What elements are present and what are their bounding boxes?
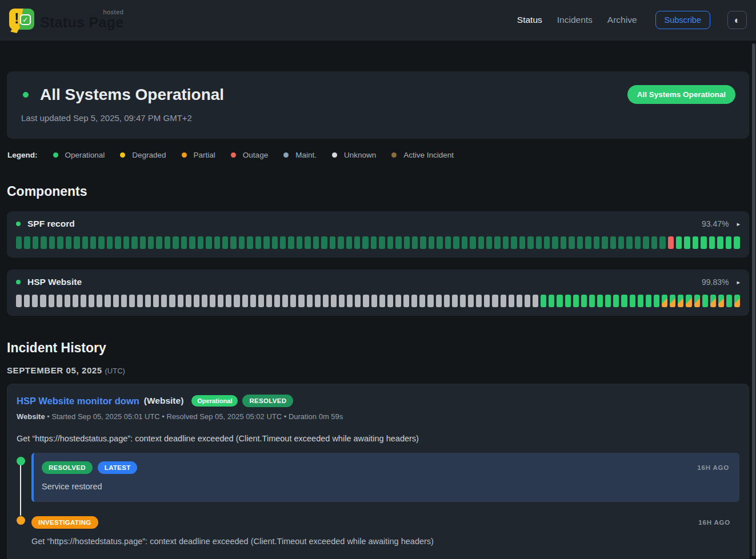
theme-toggle-button[interactable]: ◐ — [727, 11, 747, 29]
expand-arrow-icon[interactable]: ▸ — [737, 220, 740, 228]
uptime-day-bar[interactable] — [630, 295, 635, 307]
uptime-day-bar[interactable] — [222, 236, 228, 249]
uptime-day-bar[interactable] — [589, 295, 595, 307]
uptime-day-bar[interactable] — [694, 295, 700, 307]
uptime-day-bar[interactable] — [525, 295, 530, 307]
uptime-day-bar[interactable] — [98, 236, 104, 249]
uptime-day-bar[interactable] — [214, 236, 220, 249]
uptime-day-bar[interactable] — [470, 236, 475, 249]
subscribe-button[interactable]: Subscribe — [655, 11, 710, 29]
uptime-day-bar[interactable] — [206, 236, 211, 249]
uptime-day-bar[interactable] — [33, 236, 38, 249]
nav-incidents[interactable]: Incidents — [557, 15, 593, 25]
uptime-day-bar[interactable] — [297, 236, 302, 249]
uptime-day-bar[interactable] — [492, 295, 498, 307]
uptime-day-bar[interactable] — [355, 295, 361, 307]
uptime-day-bar[interactable] — [610, 236, 616, 249]
uptime-day-bar[interactable] — [178, 295, 183, 307]
uptime-day-bar[interactable] — [272, 236, 278, 249]
uptime-day-bar[interactable] — [478, 236, 484, 249]
uptime-day-bar[interactable] — [234, 295, 239, 307]
uptime-day-bar[interactable] — [82, 236, 88, 249]
uptime-day-bar[interactable] — [654, 295, 659, 307]
uptime-day-bar[interactable] — [315, 295, 321, 307]
uptime-day-bar[interactable] — [242, 295, 248, 307]
expand-arrow-icon[interactable]: ▸ — [737, 279, 740, 286]
uptime-day-bar[interactable] — [635, 236, 641, 249]
uptime-day-bar[interactable] — [395, 295, 401, 307]
uptime-day-bar[interactable] — [49, 295, 54, 307]
uptime-day-bar[interactable] — [557, 295, 562, 307]
uptime-day-bar[interactable] — [395, 236, 401, 249]
uptime-day-bar[interactable] — [511, 236, 517, 249]
uptime-day-bar[interactable] — [263, 236, 269, 249]
uptime-day-bar[interactable] — [230, 236, 236, 249]
uptime-day-bar[interactable] — [709, 236, 715, 249]
uptime-day-bar[interactable] — [561, 236, 566, 249]
uptime-day-bar[interactable] — [436, 295, 442, 307]
uptime-day-bar[interactable] — [734, 295, 740, 307]
uptime-day-bar[interactable] — [404, 236, 410, 249]
uptime-day-bar[interactable] — [323, 295, 329, 307]
uptime-day-bar[interactable] — [250, 295, 256, 307]
uptime-day-bar[interactable] — [226, 295, 231, 307]
uptime-day-bar[interactable] — [181, 236, 187, 249]
uptime-day-bar[interactable] — [371, 295, 377, 307]
uptime-day-bar[interactable] — [509, 295, 514, 307]
uptime-day-bar[interactable] — [255, 236, 261, 249]
uptime-day-bar[interactable] — [305, 236, 310, 249]
uptime-day-bar[interactable] — [676, 236, 682, 249]
uptime-day-bar[interactable] — [198, 236, 203, 249]
uptime-day-bar[interactable] — [89, 295, 94, 307]
uptime-day-bar[interactable] — [453, 236, 459, 249]
uptime-day-bar[interactable] — [218, 295, 223, 307]
uptime-day-bar[interactable] — [444, 295, 450, 307]
uptime-day-bar[interactable] — [693, 236, 698, 249]
uptime-day-bar[interactable] — [387, 236, 393, 249]
uptime-day-bar[interactable] — [484, 295, 490, 307]
uptime-day-bar[interactable] — [239, 236, 245, 249]
uptime-day-bar[interactable] — [734, 236, 739, 249]
uptime-day-bar[interactable] — [387, 295, 393, 307]
uptime-day-bar[interactable] — [363, 295, 369, 307]
uptime-day-bar[interactable] — [131, 236, 137, 249]
uptime-day-bar[interactable] — [16, 295, 22, 307]
uptime-day-bar[interactable] — [247, 236, 253, 249]
uptime-day-bar[interactable] — [460, 295, 466, 307]
uptime-day-bar[interactable] — [186, 295, 191, 307]
uptime-day-bar[interactable] — [668, 236, 674, 249]
uptime-day-bar[interactable] — [156, 236, 162, 249]
uptime-day-bar[interactable] — [202, 295, 207, 307]
uptime-day-bar[interactable] — [577, 236, 583, 249]
uptime-day-bar[interactable] — [605, 295, 611, 307]
uptime-day-bar[interactable] — [501, 295, 506, 307]
uptime-day-bar[interactable] — [24, 295, 30, 307]
uptime-day-bar[interactable] — [686, 295, 691, 307]
uptime-day-bar[interactable] — [107, 236, 113, 249]
uptime-day-bar[interactable] — [651, 236, 657, 249]
uptime-day-bar[interactable] — [726, 236, 731, 249]
uptime-day-bar[interactable] — [41, 236, 46, 249]
logo[interactable]: ! ✓ hosted Status Page — [9, 7, 123, 33]
uptime-day-bar[interactable] — [552, 236, 558, 249]
uptime-day-bar[interactable] — [331, 295, 337, 307]
uptime-day-bar[interactable] — [173, 236, 178, 249]
uptime-day-bar[interactable] — [307, 295, 313, 307]
uptime-day-bar[interactable] — [536, 236, 542, 249]
uptime-day-bar[interactable] — [427, 295, 433, 307]
uptime-day-bar[interactable] — [32, 295, 38, 307]
uptime-day-bar[interactable] — [169, 295, 175, 307]
uptime-day-bar[interactable] — [339, 295, 345, 307]
uptime-day-bar[interactable] — [73, 295, 78, 307]
uptime-day-bar[interactable] — [602, 236, 607, 249]
uptime-day-bar[interactable] — [626, 236, 632, 249]
uptime-day-bar[interactable] — [710, 295, 716, 307]
uptime-day-bar[interactable] — [411, 295, 417, 307]
uptime-day-bar[interactable] — [638, 295, 643, 307]
uptime-day-bar[interactable] — [354, 236, 360, 249]
uptime-day-bar[interactable] — [646, 295, 651, 307]
uptime-day-bar[interactable] — [662, 295, 667, 307]
uptime-day-bar[interactable] — [313, 236, 319, 249]
uptime-day-bar[interactable] — [527, 236, 533, 249]
uptime-day-bar[interactable] — [140, 236, 146, 249]
